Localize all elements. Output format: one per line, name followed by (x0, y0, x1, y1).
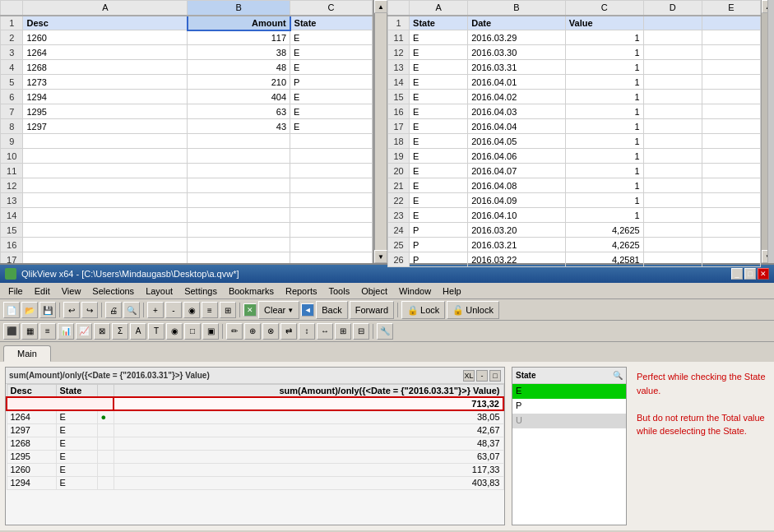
state-item-p[interactable]: P (512, 399, 626, 414)
tb2-b12[interactable]: ▣ (202, 323, 219, 340)
tb-print[interactable]: 🖨 (105, 302, 122, 318)
menu-file[interactable]: File (3, 285, 28, 297)
tb2-b7[interactable]: Σ (112, 323, 128, 340)
chart-ctrl-min[interactable]: - (476, 370, 488, 382)
maximize-button[interactable]: □ (744, 268, 756, 280)
row-desc: 1268 (7, 437, 56, 450)
tb2-b16[interactable]: ⇄ (280, 323, 297, 340)
forward-dropdown[interactable]: Forward (350, 301, 394, 319)
minimize-button[interactable]: _ (731, 268, 743, 280)
menu-help[interactable]: Help (438, 285, 466, 297)
lock-button[interactable]: 🔒 Lock (401, 301, 445, 319)
tb-b5[interactable]: ⊞ (220, 302, 236, 318)
tb-preview[interactable]: 🔍 (123, 302, 140, 318)
tb-save[interactable]: 💾 (39, 302, 56, 318)
menu-view[interactable]: View (57, 285, 86, 297)
tb2-b17[interactable]: ↕ (299, 323, 315, 340)
row-num: 10 (1, 149, 23, 164)
back-dropdown[interactable]: ◄ Back (301, 301, 347, 319)
tb2-b1[interactable]: ⬛ (3, 323, 20, 340)
forward-button[interactable]: Forward (350, 301, 394, 319)
tb2-b18[interactable]: ↔ (317, 323, 333, 340)
highlighted-label (7, 397, 114, 410)
tb-redo[interactable]: ↪ (81, 302, 98, 318)
menu-object[interactable]: Object (356, 285, 392, 297)
tb-b3[interactable]: ◉ (183, 302, 200, 318)
tb-b4[interactable]: ≡ (202, 302, 218, 318)
clear-dropdown[interactable]: ✕ Clear▼ (243, 301, 299, 319)
row-value: 42,67 (114, 423, 503, 437)
tb2-b6[interactable]: ⊠ (94, 323, 110, 340)
menu-edit[interactable]: Edit (30, 285, 55, 297)
desc-cell: 1295 (23, 104, 188, 119)
right-scrollbar[interactable]: ▲ ▼ (761, 0, 774, 263)
state-listbox[interactable]: State 🔍 E P U (512, 367, 627, 525)
tb2-b10[interactable]: ◉ (166, 323, 183, 340)
menu-settings[interactable]: Settings (179, 285, 222, 297)
close-button[interactable]: ✕ (758, 268, 769, 280)
tb2-b21[interactable]: 🔧 (377, 323, 393, 340)
tab-main[interactable]: Main (3, 345, 51, 362)
menu-window[interactable]: Window (394, 285, 436, 297)
tb2-b14[interactable]: ⊕ (244, 323, 261, 340)
tb2-b4[interactable]: 📊 (58, 323, 74, 340)
tb-undo[interactable]: ↩ (63, 302, 80, 318)
desc-cell: 1273 (23, 75, 188, 90)
col-c-header-r[interactable]: C (565, 1, 643, 16)
chart-ctrl-xlplus[interactable]: XL (463, 370, 475, 382)
tb-b2[interactable]: - (165, 302, 182, 318)
back-button[interactable]: Back (316, 301, 347, 319)
tb2-b9[interactable]: T (148, 323, 165, 340)
tb2-b2[interactable]: ▦ (21, 323, 38, 340)
back-icon[interactable]: ◄ (301, 303, 314, 317)
tb2-b11[interactable]: □ (184, 323, 201, 340)
row-value: 403,83 (114, 476, 503, 489)
clear-icon[interactable]: ✕ (243, 303, 257, 317)
state-item-u[interactable]: U (512, 414, 626, 428)
menu-bookmarks[interactable]: Bookmarks (224, 285, 279, 297)
row-desc: 1264 (7, 410, 56, 423)
clear-button[interactable]: Clear▼ (258, 301, 299, 319)
menu-selections[interactable]: Selections (87, 285, 139, 297)
unlock-button[interactable]: 🔓 Unlock (447, 301, 499, 319)
state-search-icon[interactable]: 🔍 (613, 371, 623, 380)
tb-open[interactable]: 📂 (21, 302, 38, 318)
state-cell: P (290, 75, 373, 90)
col-c-header[interactable]: C (290, 1, 373, 16)
tb2-b20[interactable]: ⊟ (353, 323, 369, 340)
desc-cell: 1297 (23, 119, 188, 134)
col-a-header[interactable]: A (23, 1, 188, 16)
left-scrollbar[interactable]: ▲ ▼ (374, 0, 387, 263)
amount-cell: 48 (188, 60, 290, 75)
tb-b1[interactable]: + (147, 302, 164, 318)
left-spreadsheet: A B C 1 Desc Amount State 2 1260 (0, 0, 374, 263)
menu-layout[interactable]: Layout (141, 285, 178, 297)
tb2-b5[interactable]: 📈 (76, 323, 92, 340)
tb2-b19[interactable]: ⊞ (335, 323, 351, 340)
menu-tools[interactable]: Tools (323, 285, 355, 297)
col-a-header-r[interactable]: A (410, 1, 468, 16)
chart-object[interactable]: sum(Amount)/only({<Date = {"2016.03.31"}… (5, 367, 505, 525)
state-item-e[interactable]: E (512, 384, 626, 399)
tb2-b13[interactable]: ✏ (226, 323, 243, 340)
amount-header: Amount (188, 16, 290, 30)
col-d-header-r[interactable]: D (643, 1, 702, 16)
col-b-header[interactable]: B (188, 1, 290, 16)
col-e-header-r[interactable]: E (702, 1, 760, 16)
row-num-header-r (388, 1, 410, 16)
tb2-b8[interactable]: A (130, 323, 146, 340)
scroll-down-arrow[interactable]: ▼ (374, 250, 387, 263)
chart-ctrl-max[interactable]: □ (489, 370, 501, 382)
scroll-up-arrow[interactable]: ▲ (374, 0, 387, 13)
desc-cell: 1268 (23, 60, 188, 75)
menu-reports[interactable]: Reports (280, 285, 322, 297)
chart-controls[interactable]: XL - □ (463, 370, 501, 382)
row-dot (97, 437, 114, 450)
window-controls[interactable]: _ □ ✕ (731, 268, 769, 280)
row-num: 15 (1, 223, 23, 238)
row-desc: 1260 (7, 463, 56, 476)
col-b-header-r[interactable]: B (468, 1, 566, 16)
tb2-b3[interactable]: ≡ (39, 323, 56, 340)
tb-new[interactable]: 📄 (3, 302, 20, 318)
tb2-b15[interactable]: ⊗ (262, 323, 279, 340)
